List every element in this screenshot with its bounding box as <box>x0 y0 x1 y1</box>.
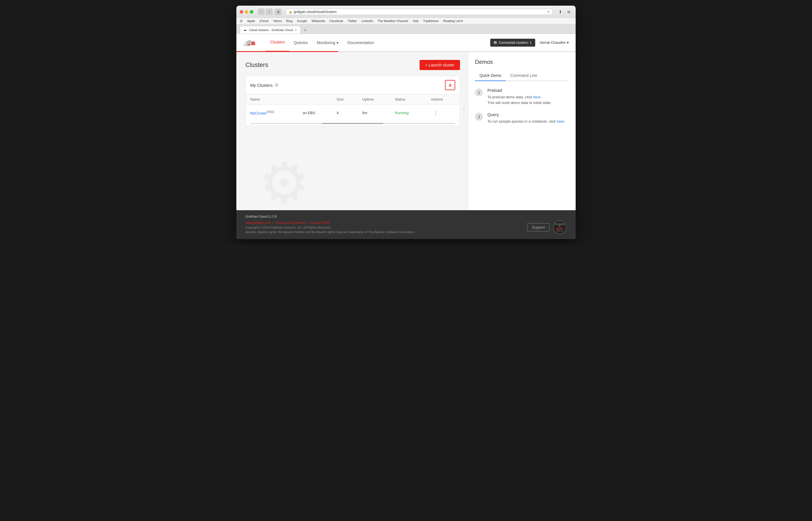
page-content: G G Clusters Queries Monitoring ▾ Docume… <box>236 34 576 239</box>
step-1-content: Preload To preload demo data, click here… <box>487 88 552 106</box>
nav-monitoring[interactable]: Monitoring ▾ <box>312 33 343 52</box>
step-1-number: 1 <box>475 88 483 96</box>
step-2-content: Query To run sample queries in a noteboo… <box>487 112 565 124</box>
footer-copyright: Copyright © 2019 GridGain Systems, Inc. … <box>245 225 415 230</box>
cluster-name: MyCluster <box>250 111 267 115</box>
bookmark-google[interactable]: Google <box>297 19 307 23</box>
close-button[interactable] <box>240 10 243 14</box>
footer-version: GridGain Cloud (1.2.3) <box>245 215 277 218</box>
step-2-desc: To run sample queries in a notebook, cli… <box>487 119 565 124</box>
nav-documentation[interactable]: Documentation <box>343 33 378 52</box>
status-badge: Running <box>395 111 409 115</box>
bookmark-facebook[interactable]: Facebook <box>330 19 343 23</box>
back-button[interactable]: ‹ <box>258 8 265 15</box>
support-button[interactable]: Support <box>527 223 550 231</box>
footer-bottom: www.gridgain.com | Terms and Conditions … <box>245 220 567 234</box>
sidebar-toggle-button[interactable]: ⊞ <box>275 8 282 15</box>
footer-right: Support POWERED BY Ignite APACHE <box>527 221 567 234</box>
my-clusters-header: My Clusters ⚙ X <box>246 76 460 94</box>
free-badge: FREE <box>267 110 275 113</box>
bookmark-linkedin[interactable]: LinkedIn <box>361 19 373 23</box>
bookmark-yelp[interactable]: Yelp <box>413 19 418 23</box>
settings-icon[interactable]: ⚙ <box>275 83 279 87</box>
cluster-name-link[interactable]: MyClusterFREE <box>250 111 274 115</box>
bookmark-weather-channel[interactable]: The Weather Channel <box>378 19 408 23</box>
query-here-link[interactable]: here <box>557 119 564 123</box>
bookmark-icloud[interactable]: iCloud <box>260 19 268 23</box>
share-button[interactable]: ⬆ <box>557 8 564 15</box>
demo-tabs: Quick Demo Command Line <box>475 71 569 81</box>
demos-title: Demos <box>475 59 569 65</box>
sidebar-button[interactable]: ⧉ <box>566 8 572 15</box>
tab-bar: ☁ Cloud clusters - GridGain Cloud ✕ + <box>236 24 576 34</box>
browser-actions: ⬆ ⧉ <box>557 8 572 15</box>
footer-text: www.gridgain.com | Terms and Conditions … <box>245 220 415 234</box>
scroll-bar-thumb[interactable] <box>322 123 384 124</box>
launch-cluster-button[interactable]: + Launch cluster <box>420 60 460 70</box>
demo-step-2: 2 Query To run sample queries in a noteb… <box>475 112 569 124</box>
terms-link[interactable]: Terms and Conditions <box>276 221 305 224</box>
nav-right: ⛃ Connected clusters: 1 Akmal Chaudhri ▾ <box>490 39 569 47</box>
col-actions: Actions <box>426 94 460 105</box>
cluster-icon: ⛃ <box>493 40 497 45</box>
lock-icon: 🔒 <box>289 10 292 14</box>
table-header-row: Name Size Uptime Status Actions <box>246 94 460 105</box>
reload-icon[interactable]: ↻ <box>547 10 550 14</box>
cluster-actions-button[interactable]: ⋮ <box>431 109 440 117</box>
bookmark-apple[interactable]: Apple <box>247 19 255 23</box>
footer-top: GridGain Cloud (1.2.3) <box>245 215 567 218</box>
bookmarks-bar: ⊞ Apple iCloud Yahoo Bing Google Wikiped… <box>236 18 576 24</box>
top-nav: G G Clusters Queries Monitoring ▾ Docume… <box>236 34 576 52</box>
bookmark-twitter[interactable]: Twitter <box>348 19 357 23</box>
maximize-button[interactable] <box>250 10 253 14</box>
user-menu[interactable]: Akmal Chaudhri ▾ <box>540 40 569 45</box>
tab-command-line[interactable]: Command Line <box>506 71 542 81</box>
step-2-number: 2 <box>475 113 483 121</box>
col-status: Status <box>391 94 426 105</box>
svg-text:G: G <box>248 43 250 46</box>
preload-here-link[interactable]: here <box>533 95 541 99</box>
url-input[interactable] <box>294 10 545 14</box>
browser-titlebar: ‹ › ⊞ 🔒 ↻ ⬆ ⧉ <box>236 6 576 18</box>
privacy-link[interactable]: Privacy Policy <box>310 221 329 224</box>
export-excel-button[interactable]: X <box>445 80 455 90</box>
tab-quick-demo[interactable]: Quick Demo <box>475 71 506 81</box>
bookmarks-icon[interactable]: ⊞ <box>240 19 243 23</box>
active-tab[interactable]: ☁ Cloud clusters - GridGain Cloud ✕ <box>240 26 301 33</box>
col-uptime: Uptime <box>358 94 391 105</box>
footer-apache: Apache, Apache Ignite, the Apache feathe… <box>245 230 415 234</box>
reading-list[interactable]: Reading List ▾ <box>443 19 463 23</box>
scroll-bar-track <box>250 123 455 124</box>
tab-close-button[interactable]: ✕ <box>294 28 297 32</box>
footer: GridGain Cloud (1.2.3) www.gridgain.com … <box>236 210 576 239</box>
user-name: Akmal Chaudhri <box>540 40 566 45</box>
demos-section: Demos Quick Demo Command Line 1 Preload … <box>468 52 576 210</box>
scroll-bar-container <box>246 121 460 126</box>
minimize-button[interactable] <box>245 10 248 14</box>
main-nav: Clusters Queries Monitoring ▾ Documentat… <box>266 33 490 52</box>
logo[interactable]: G G <box>243 38 257 47</box>
bookmark-tripadvisor[interactable]: TripAdvisor <box>423 19 439 23</box>
excel-icon: X <box>449 83 452 88</box>
bookmark-bing[interactable]: Bing <box>286 19 292 23</box>
website-link[interactable]: www.gridgain.com <box>245 221 270 224</box>
connected-clusters-label: Connected clusters: 1 <box>499 41 531 45</box>
nav-queries[interactable]: Queries <box>289 33 312 52</box>
demo-step-1: 1 Preload To preload demo data, click he… <box>475 88 569 106</box>
clusters-section: Clusters + Launch cluster My Clusters ⚙ … <box>236 52 468 210</box>
step-1-title: Preload <box>487 88 552 93</box>
reading-list-chevron: ▾ <box>461 19 463 23</box>
side-dot <box>463 110 464 111</box>
traffic-lights <box>240 10 253 14</box>
step-2-title: Query <box>487 112 565 117</box>
bookmark-wikipedia[interactable]: Wikipedia <box>312 19 325 23</box>
new-tab-button[interactable]: + <box>302 27 308 33</box>
col-name: Name <box>246 94 298 105</box>
col-size: Size <box>332 94 358 105</box>
forward-button[interactable]: › <box>266 8 272 15</box>
powered-by-badge: POWERED BY Ignite APACHE <box>553 221 567 234</box>
bookmark-yahoo[interactable]: Yahoo <box>273 19 282 23</box>
nav-buttons: ‹ › <box>258 8 272 15</box>
nav-clusters[interactable]: Clusters <box>266 33 289 52</box>
url-bar-container: 🔒 ↻ <box>286 9 552 15</box>
